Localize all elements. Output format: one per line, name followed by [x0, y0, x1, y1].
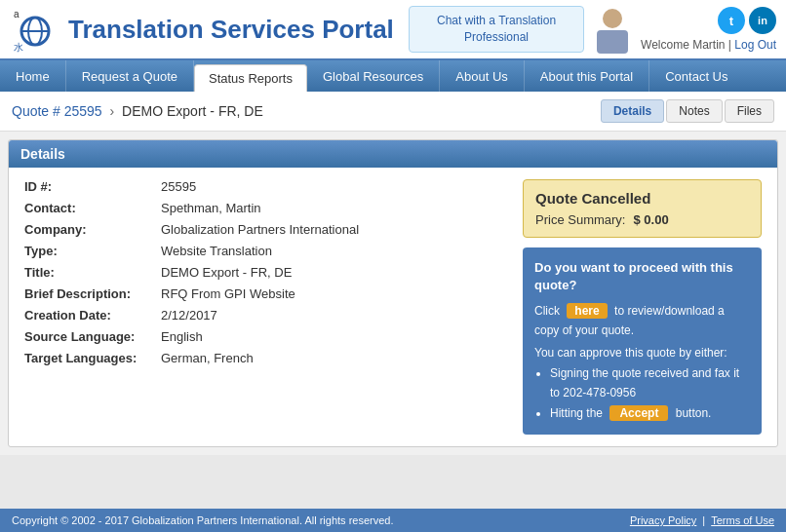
quote-cancelled-box: Quote Cancelled Price Summary: $ 0.00 [523, 179, 762, 238]
value-source-lang: English [161, 329, 203, 344]
svg-text:水: 水 [14, 42, 23, 53]
bullet1: Signing the quote received and fax it to… [550, 363, 750, 403]
header-right: Chat with a Translation Professional t i… [409, 5, 776, 54]
details-card: Details ID #: 25595 Contact: Spethman, M… [8, 139, 778, 447]
label-target-lang: Target Languages: [24, 351, 161, 365]
footer-copyright: Copyright © 2002 - 2017 Globalization Pa… [12, 514, 393, 526]
nav-item-contact-us[interactable]: Contact Us [649, 60, 743, 92]
detail-row-id: ID #: 25595 [24, 179, 507, 194]
detail-row-contact: Contact: Spethman, Martin [24, 201, 507, 215]
header: a 水 Translation Services Portal Chat wit… [0, 0, 786, 60]
proceed-click-text: Click here to review/download a copy of … [534, 302, 750, 339]
detail-row-target-lang: Target Languages: German, French [24, 351, 507, 365]
detail-row-brief-desc: Brief Description: RFQ From GPI Website [24, 286, 507, 301]
tab-buttons: Details Notes Files [601, 99, 774, 123]
right-panel: Quote Cancelled Price Summary: $ 0.00 Do… [523, 179, 762, 435]
value-id: 25595 [161, 179, 196, 194]
breadcrumb-current: DEMO Export - FR, DE [122, 103, 263, 119]
value-type: Website Translation [161, 244, 272, 258]
value-title: DEMO Export - FR, DE [161, 265, 292, 280]
value-brief-desc: RFQ From GPI Website [161, 286, 295, 301]
value-creation-date: 2/12/2017 [161, 308, 217, 323]
privacy-policy-link[interactable]: Privacy Policy [630, 514, 696, 526]
label-company: Company: [24, 222, 161, 237]
tab-files[interactable]: Files [725, 99, 774, 123]
bullet2: Hitting the Accept button. [550, 403, 750, 423]
chat-label: Chat with a Translation Professional [437, 14, 556, 44]
breadcrumb-bar: Quote # 25595 › DEMO Export - FR, DE Det… [0, 92, 786, 132]
linkedin-icon[interactable]: in [749, 7, 776, 34]
quote-cancelled-title: Quote Cancelled [535, 190, 749, 207]
logout-link[interactable]: Log Out [734, 38, 776, 52]
label-type: Type: [24, 244, 161, 258]
twitter-icon[interactable]: t [718, 7, 745, 34]
nav-item-request-quote[interactable]: Request a Quote [66, 60, 194, 92]
label-contact: Contact: [24, 201, 161, 215]
proceed-list: Signing the quote received and fax it to… [550, 363, 750, 423]
approve-text: You can approve this quote by either: [534, 346, 750, 360]
detail-row-type: Type: Website Translation [24, 244, 507, 258]
nav-item-about-us[interactable]: About Us [440, 60, 524, 92]
label-brief-desc: Brief Description: [24, 286, 161, 301]
tab-details[interactable]: Details [601, 99, 664, 123]
detail-row-creation-date: Creation Date: 2/12/2017 [24, 308, 507, 323]
nav-item-home[interactable]: Home [0, 60, 66, 92]
value-company: Globalization Partners International [161, 222, 359, 237]
nav-item-global-resources[interactable]: Global Resources [307, 60, 440, 92]
nav-bar: Home Request a Quote Status Reports Glob… [0, 60, 786, 92]
value-target-lang: German, French [161, 351, 254, 365]
proceed-title: Do you want to proceed with this quote? [534, 259, 750, 294]
breadcrumb-separator: › [110, 103, 115, 119]
breadcrumb: Quote # 25595 › DEMO Export - FR, DE [12, 103, 263, 119]
after-here-text: to review/download a copy of your quote. [534, 304, 725, 336]
proceed-box: Do you want to proceed with this quote? … [523, 247, 762, 435]
nav-item-status-reports[interactable]: Status Reports [194, 64, 307, 92]
value-contact: Spethman, Martin [161, 201, 261, 215]
terms-link[interactable]: Terms of Use [711, 514, 774, 526]
bullet2-prefix: Hitting the [550, 406, 603, 420]
price-summary-row: Price Summary: $ 0.00 [535, 212, 749, 227]
details-body: ID #: 25595 Contact: Spethman, Martin Co… [9, 168, 777, 446]
logo-icon: a 水 [10, 4, 60, 55]
label-source-lang: Source Language: [24, 329, 161, 344]
svg-text:a: a [14, 9, 20, 19]
avatar [592, 5, 633, 54]
detail-row-title: Title: DEMO Export - FR, DE [24, 265, 507, 280]
nav-item-about-portal[interactable]: About this Portal [525, 60, 649, 92]
tab-notes[interactable]: Notes [666, 99, 722, 123]
welcome-text: Welcome Martin [641, 38, 725, 52]
footer: Copyright © 2002 - 2017 Globalization Pa… [0, 509, 786, 532]
breadcrumb-quote-link[interactable]: Quote # 25595 [12, 103, 102, 119]
bullet2-suffix: button. [676, 406, 712, 420]
label-id: ID #: [24, 179, 161, 194]
accept-button[interactable]: Accept [609, 405, 668, 421]
logo-area: a 水 Translation Services Portal [10, 4, 409, 55]
details-fields: ID #: 25595 Contact: Spethman, Martin Co… [24, 179, 507, 435]
price-value: $ 0.00 [633, 212, 668, 227]
main-content: Details ID #: 25595 Contact: Spethman, M… [0, 132, 786, 455]
price-label: Price Summary: [535, 212, 625, 227]
details-header: Details [9, 140, 777, 168]
svg-point-6 [603, 9, 622, 28]
label-creation-date: Creation Date: [24, 308, 161, 323]
click-label: Click [534, 304, 560, 318]
svg-rect-8 [597, 30, 628, 54]
here-button[interactable]: here [567, 303, 607, 319]
logo-title: Translation Services Portal [68, 15, 394, 45]
chat-button[interactable]: Chat with a Translation Professional [409, 6, 584, 53]
footer-separator: | [702, 514, 705, 526]
social-and-welcome: t in Welcome Martin | Log Out [641, 7, 776, 52]
label-title: Title: [24, 265, 161, 280]
welcome-logout: Welcome Martin | Log Out [641, 38, 776, 52]
footer-links: Privacy Policy | Terms of Use [630, 514, 774, 526]
detail-row-company: Company: Globalization Partners Internat… [24, 222, 507, 237]
detail-row-source-lang: Source Language: English [24, 329, 507, 344]
